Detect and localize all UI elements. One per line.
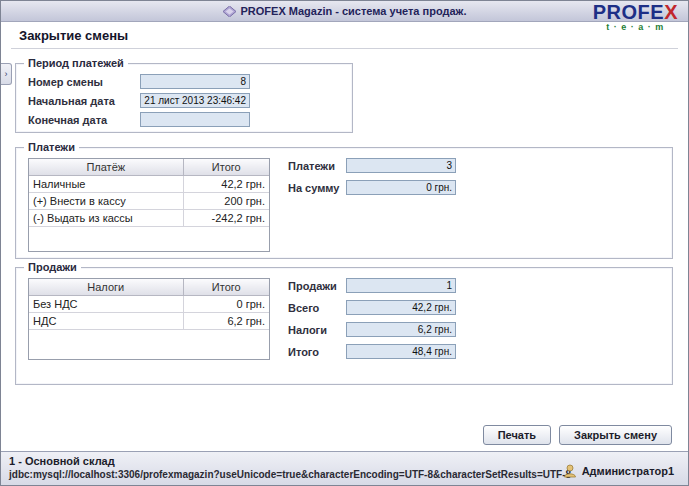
table-row[interactable]: НДС 6,2 грн. [29, 312, 269, 329]
taxes-column-total[interactable]: Итого [183, 279, 269, 295]
sales-group-title: Продажи [24, 260, 81, 274]
payment-total-cell[interactable]: -242,2 грн. [183, 209, 269, 226]
end-date-field[interactable] [140, 112, 250, 127]
sales-subtotal-field: 42,2 грн. [346, 300, 456, 315]
payments-amount-label: На сумму [288, 182, 339, 194]
logo-text-red: X [664, 1, 678, 23]
period-group-title: Период платежей [24, 56, 128, 70]
profex-logo: PROFEX t · e · a · m [593, 2, 678, 32]
payments-header-row: Платёж Итого [29, 159, 269, 175]
sales-total-label: Итого [288, 346, 319, 358]
statusbar: 1 - Основной склад jdbc:mysql://localhos… [1, 451, 688, 485]
shift-number-field[interactable]: 8 [140, 74, 250, 89]
payments-column-total[interactable]: Итого [183, 159, 269, 175]
start-date-field[interactable]: 21 лист 2013 23:46:42 [140, 93, 250, 108]
payments-group-title: Платежи [24, 140, 79, 154]
logo-team-text: t · e · a · m [593, 23, 678, 32]
payments-amount-field: 0 грн. [346, 180, 456, 195]
page-title: Закрытие смены [19, 28, 128, 43]
table-row[interactable]: Без НДС 0 грн. [29, 295, 269, 312]
sales-subtotal-label: Всего [288, 302, 319, 314]
payments-group: Платежи Платёж Итого Наличные 42,2 грн. [15, 147, 673, 259]
period-group: Период платежей Номер смены 8 Начальная … [15, 63, 353, 133]
sales-group: Продажи Налоги Итого Без НДС 0 грн. [15, 267, 673, 385]
user-icon [563, 464, 577, 478]
titlebar: PROFEX Magazin - система учета продаж. [1, 1, 688, 22]
table-row[interactable]: (-) Выдать из кассы -242,2 грн. [29, 209, 269, 226]
sales-count-field: 1 [346, 278, 456, 293]
app-gem-icon [223, 6, 236, 17]
user-name: Администратор1 [582, 465, 674, 477]
payment-name-cell[interactable]: (-) Выдать из кассы [29, 209, 183, 226]
sales-header-row: Налоги Итого [29, 279, 269, 295]
current-user: Администратор1 [563, 464, 674, 478]
close-shift-button[interactable]: Закрыть смену [559, 425, 672, 445]
payment-total-cell[interactable]: 42,2 грн. [183, 175, 269, 192]
payments-count-label: Платежи [288, 160, 335, 172]
chevron-right-icon: › [5, 69, 8, 79]
app-window: PROFEX Magazin - система учета продаж. P… [0, 0, 689, 486]
shift-number-label: Номер смены [28, 76, 103, 88]
tax-total-cell[interactable]: 6,2 грн. [183, 312, 269, 329]
sales-taxes-table: Налоги Итого Без НДС 0 грн. НДС 6,2 грн. [28, 278, 270, 360]
start-date-label: Начальная дата [28, 95, 115, 107]
sidebar-expand-button[interactable]: › [1, 63, 12, 85]
sales-count-label: Продажи [288, 280, 337, 292]
tax-total-cell[interactable]: 0 грн. [183, 295, 269, 312]
end-date-label: Конечная дата [28, 114, 107, 126]
window-title: PROFEX Magazin - система учета продаж. [241, 5, 467, 17]
print-button[interactable]: Печать [483, 425, 551, 445]
payment-name-cell[interactable]: Наличные [29, 175, 183, 192]
logo-wordmark: PROFEX [593, 2, 678, 22]
tax-name-cell[interactable]: Без НДС [29, 295, 183, 312]
table-row[interactable]: Наличные 42,2 грн. [29, 175, 269, 192]
sales-taxes-field: 6,2 грн. [346, 322, 456, 337]
tax-name-cell[interactable]: НДС [29, 312, 183, 329]
payments-column-payment[interactable]: Платёж [29, 159, 183, 175]
heading-separator [11, 48, 678, 49]
taxes-column-name[interactable]: Налоги [29, 279, 183, 295]
logo-text-blue: PROFE [593, 1, 664, 23]
payment-name-cell[interactable]: (+) Внести в кассу [29, 192, 183, 209]
payments-table: Платёж Итого Наличные 42,2 грн. (+) Внес… [28, 158, 270, 252]
action-bar: Печать Закрыть смену [483, 425, 672, 445]
payments-count-field: 3 [346, 158, 456, 173]
sales-taxes-label: Налоги [288, 324, 327, 336]
payment-total-cell[interactable]: 200 грн. [183, 192, 269, 209]
table-row[interactable]: (+) Внести в кассу 200 грн. [29, 192, 269, 209]
sales-total-field: 48,4 грн. [346, 344, 456, 359]
